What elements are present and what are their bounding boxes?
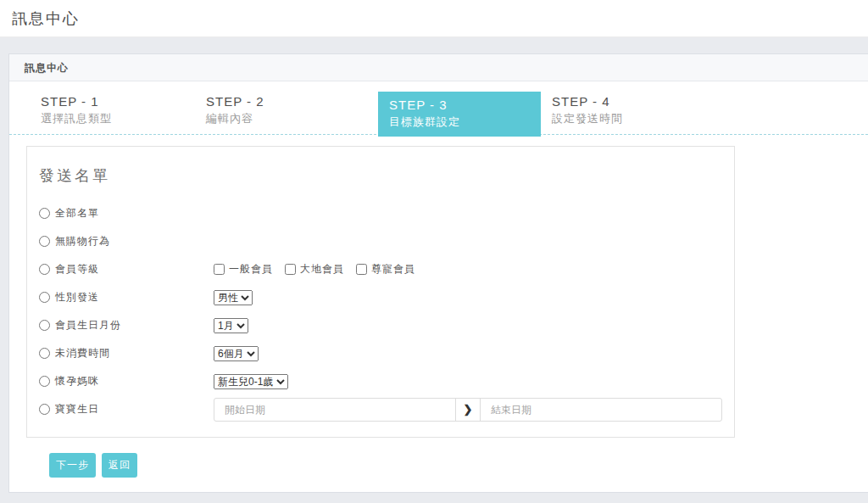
step-item-3-active: STEP - 3 目標族群設定 [378, 92, 541, 137]
start-date-input[interactable] [214, 399, 455, 421]
radio-label: 全部名單 [55, 206, 99, 221]
radio-option-no-spend-time[interactable]: 未消費時間 [39, 346, 214, 360]
radio-no-purchase[interactable] [39, 236, 50, 247]
checkbox-label: 一般會員 [229, 262, 273, 277]
top-header: 訊息中心 [0, 0, 868, 37]
radio-baby-birthday[interactable] [39, 404, 50, 415]
no-spend-time-select[interactable]: 6個月 [214, 346, 259, 361]
next-step-button[interactable]: 下一步 [49, 453, 96, 478]
form-row-gender: 性別發送 男性 [39, 283, 722, 311]
checkbox-label: 尊寵會員 [371, 262, 415, 277]
checkbox-label: 大地會員 [300, 262, 344, 277]
radio-option-birth-month[interactable]: 會員生日月份 [39, 318, 214, 333]
radio-label: 會員生日月份 [55, 318, 121, 333]
form-row-baby-birthday: 寶寶生日 ❯ [39, 395, 722, 423]
member-level-checkbox-group: 一般會員 大地會員 尊寵會員 [214, 262, 415, 277]
checkbox-option-vip-member[interactable]: 尊寵會員 [356, 262, 415, 277]
radio-option-gender[interactable]: 性別發送 [39, 290, 214, 305]
radio-no-spend-time[interactable] [39, 348, 50, 359]
form-row-no-purchase: 無購物行為 [39, 227, 722, 255]
step-label: 目標族群設定 [389, 115, 530, 130]
gender-select[interactable]: 男性 [214, 290, 253, 305]
back-button[interactable]: 返回 [102, 453, 137, 478]
radio-all-list[interactable] [39, 208, 50, 219]
step-label: 編輯內容 [206, 111, 264, 126]
step-label: 設定發送時間 [552, 111, 623, 126]
radio-member-level[interactable] [39, 264, 50, 275]
form-row-all-list: 全部名單 [39, 199, 722, 227]
radio-label: 未消費時間 [55, 346, 110, 360]
page-title: 訊息中心 [12, 8, 80, 29]
checkbox-dadi-member[interactable] [285, 264, 296, 275]
checkbox-option-general-member[interactable]: 一般會員 [214, 262, 273, 277]
radio-birth-month[interactable] [39, 320, 50, 331]
checkbox-general-member[interactable] [214, 264, 225, 275]
step-number: STEP - 4 [552, 94, 623, 109]
radio-option-member-level[interactable]: 會員等級 [39, 262, 214, 277]
step-number: STEP - 1 [41, 94, 112, 109]
checkbox-vip-member[interactable] [356, 264, 367, 275]
pregnancy-stage-select[interactable]: 新生兒0-1歲 [214, 374, 288, 389]
radio-option-all-list[interactable]: 全部名單 [39, 206, 214, 221]
form-row-no-spend-time: 未消費時間 6個月 [39, 339, 722, 367]
form-row-member-level: 會員等級 一般會員 大地會員 尊寵會員 [39, 255, 722, 283]
end-date-input[interactable] [481, 399, 721, 421]
date-range-arrow-button[interactable]: ❯ [455, 399, 481, 421]
radio-option-no-purchase[interactable]: 無購物行為 [39, 234, 214, 249]
radio-label: 無購物行為 [55, 234, 110, 249]
radio-pregnant-mom[interactable] [39, 376, 50, 387]
chevron-right-icon: ❯ [464, 403, 473, 416]
send-list-heading: 發送名單 [39, 165, 722, 186]
radio-gender[interactable] [39, 292, 50, 303]
action-button-row: 下一步 返回 [49, 453, 868, 478]
panel-header-title: 訊息中心 [9, 54, 868, 81]
message-center-panel: 訊息中心 STEP - 1 選擇訊息類型 STEP - 2 編輯內容 STEP … [8, 53, 868, 493]
step-wizard: STEP - 1 選擇訊息類型 STEP - 2 編輯內容 STEP - 3 目… [9, 81, 868, 135]
step-label: 選擇訊息類型 [41, 111, 112, 126]
radio-label: 性別發送 [55, 290, 99, 305]
step-number: STEP - 3 [389, 98, 530, 112]
radio-label: 懷孕媽咪 [55, 374, 99, 388]
form-row-pregnant-mom: 懷孕媽咪 新生兒0-1歲 [39, 367, 722, 395]
send-list-form-card: 發送名單 全部名單 無購物行為 會員等級 一般會員 [26, 146, 735, 438]
radio-label: 會員等級 [55, 262, 99, 277]
step-item-1: STEP - 1 選擇訊息類型 [41, 94, 112, 126]
step-item-4: STEP - 4 設定發送時間 [552, 94, 623, 126]
step-item-2: STEP - 2 編輯內容 [206, 94, 264, 126]
checkbox-option-dadi-member[interactable]: 大地會員 [285, 262, 344, 277]
radio-label: 寶寶生日 [55, 402, 99, 416]
radio-option-baby-birthday[interactable]: 寶寶生日 [39, 402, 214, 416]
radio-option-pregnant-mom[interactable]: 懷孕媽咪 [39, 374, 214, 388]
birth-month-select[interactable]: 1月 [214, 318, 248, 333]
baby-birthday-date-range: ❯ [214, 398, 722, 422]
step-number: STEP - 2 [206, 94, 264, 109]
form-row-birth-month: 會員生日月份 1月 [39, 311, 722, 339]
